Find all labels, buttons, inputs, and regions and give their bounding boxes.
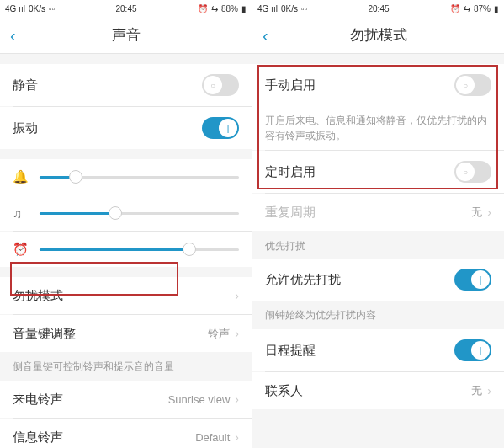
contacts-value: 无 bbox=[471, 383, 482, 398]
manual-enable-toggle[interactable]: ○ bbox=[454, 74, 491, 96]
silent-toggle[interactable]: ○ bbox=[202, 74, 239, 96]
msgtone-row[interactable]: 信息铃声 Default › bbox=[0, 419, 252, 448]
wifi-icon: ⇆ bbox=[211, 4, 218, 13]
battery-icon: ▮ bbox=[494, 4, 499, 13]
battery-icon: ▮ bbox=[241, 4, 247, 13]
alarm-status-icon: ⏰ bbox=[198, 4, 208, 13]
dnd-row[interactable]: 勿扰模式 › bbox=[0, 277, 252, 314]
page-title: 声音 bbox=[112, 25, 141, 45]
vibrate-label: 振动 bbox=[13, 120, 38, 136]
contacts-label: 联系人 bbox=[265, 383, 303, 399]
volume-keys-note: 侧音量键可控制铃声和提示音的音量 bbox=[0, 352, 252, 381]
dnd-label: 勿扰模式 bbox=[13, 288, 63, 304]
calendar-row[interactable]: 日程提醒 | bbox=[252, 329, 504, 371]
vibrate-toggle[interactable]: | bbox=[202, 117, 239, 139]
wifi-icon: ⇆ bbox=[464, 4, 470, 13]
scheduled-enable-label: 定时启用 bbox=[265, 164, 316, 180]
alarm-status-icon: ⏰ bbox=[450, 4, 460, 13]
manual-enable-note: 开启后来电、信息和通知将静音，仅优先打扰的内容有铃声或振动。 bbox=[252, 106, 504, 150]
chevron-right-icon: › bbox=[487, 384, 491, 397]
status-bar: 4G ııl 0K/s ▫▫ 20:45 ⏰ ⇆ 87% ▮ bbox=[252, 0, 504, 17]
volume-keys-value: 铃声 bbox=[208, 326, 230, 341]
content-scroll[interactable]: 静音 ○ 振动 | 🔔 ♫ ⏰ bbox=[0, 54, 252, 448]
back-button[interactable]: ‹ bbox=[10, 25, 16, 45]
left-screen: 4G ııl 0K/s ▫▫ 20:45 ⏰ ⇆ 88% ▮ ‹ 声音 静音 ○… bbox=[0, 0, 252, 448]
alarm-icon: ⏰ bbox=[13, 242, 29, 257]
vibrate-row[interactable]: 振动 | bbox=[0, 107, 252, 149]
alarm-slider[interactable] bbox=[40, 248, 239, 251]
sim-icon: ▫▫ bbox=[49, 4, 55, 13]
alarm-priority-note: 闹钟始终为优先打扰内容 bbox=[252, 301, 504, 329]
allow-priority-row[interactable]: 允许优先打扰 | bbox=[252, 259, 504, 301]
repeat-label: 重复周期 bbox=[265, 205, 316, 221]
manual-enable-row[interactable]: 手动启用 ○ bbox=[252, 64, 504, 106]
status-bar: 4G ııl 0K/s ▫▫ 20:45 ⏰ ⇆ 88% ▮ bbox=[0, 0, 252, 17]
calendar-toggle[interactable]: | bbox=[454, 339, 491, 361]
chevron-right-icon: › bbox=[235, 289, 239, 302]
nav-bar: ‹ 勿扰模式 bbox=[252, 17, 504, 54]
volume-keys-row[interactable]: 音量键调整 铃声 › bbox=[0, 315, 252, 352]
silent-label: 静音 bbox=[13, 77, 38, 93]
back-button[interactable]: ‹ bbox=[263, 25, 268, 45]
msgtone-value: Default bbox=[195, 431, 230, 444]
alarm-volume-row: ⏰ bbox=[0, 232, 252, 267]
network-indicator: 4G ııl bbox=[257, 4, 278, 13]
media-volume-row: ♫ bbox=[0, 195, 252, 231]
msgtone-label: 信息铃声 bbox=[13, 429, 63, 445]
ringtone-label: 来电铃声 bbox=[13, 392, 63, 408]
content-scroll[interactable]: 手动启用 ○ 开启后来电、信息和通知将静音，仅优先打扰的内容有铃声或振动。 定时… bbox=[252, 54, 504, 448]
battery-percent: 88% bbox=[221, 4, 238, 13]
right-screen: 4G ııl 0K/s ▫▫ 20:45 ⏰ ⇆ 87% ▮ ‹ 勿扰模式 手动… bbox=[252, 0, 504, 448]
ringtone-value: Sunrise view bbox=[168, 393, 231, 406]
chevron-right-icon: › bbox=[235, 392, 239, 406]
net-speed: 0K/s bbox=[29, 4, 45, 13]
repeat-row: 重复周期 无 › bbox=[252, 194, 504, 231]
sim-icon: ▫▫ bbox=[301, 4, 307, 13]
ringer-slider[interactable] bbox=[40, 176, 239, 179]
music-icon: ♫ bbox=[13, 206, 29, 221]
chevron-right-icon: › bbox=[235, 327, 239, 340]
scheduled-enable-row[interactable]: 定时启用 ○ bbox=[252, 151, 504, 193]
allow-priority-label: 允许优先打扰 bbox=[265, 272, 341, 288]
scheduled-enable-toggle[interactable]: ○ bbox=[454, 161, 491, 183]
clock: 20:45 bbox=[368, 4, 389, 13]
allow-priority-toggle[interactable]: | bbox=[454, 269, 491, 291]
manual-enable-label: 手动启用 bbox=[265, 77, 316, 93]
ringer-volume-row: 🔔 bbox=[0, 159, 252, 195]
chevron-right-icon: › bbox=[487, 205, 491, 219]
repeat-value: 无 bbox=[471, 205, 482, 220]
chevron-right-icon: › bbox=[235, 430, 239, 444]
net-speed: 0K/s bbox=[281, 4, 298, 13]
nav-bar: ‹ 声音 bbox=[0, 17, 252, 54]
priority-header: 优先打扰 bbox=[252, 231, 504, 259]
clock: 20:45 bbox=[115, 4, 136, 13]
page-title: 勿扰模式 bbox=[350, 25, 407, 45]
calendar-label: 日程提醒 bbox=[265, 343, 316, 359]
contacts-row[interactable]: 联系人 无 › bbox=[252, 372, 504, 409]
bell-icon: 🔔 bbox=[13, 169, 29, 184]
media-slider[interactable] bbox=[40, 212, 239, 215]
volume-keys-label: 音量键调整 bbox=[13, 326, 76, 342]
ringtone-row[interactable]: 来电铃声 Sunrise view › bbox=[0, 381, 252, 418]
network-indicator: 4G ııl bbox=[5, 4, 25, 13]
battery-percent: 87% bbox=[474, 4, 491, 13]
silent-row[interactable]: 静音 ○ bbox=[0, 64, 252, 106]
